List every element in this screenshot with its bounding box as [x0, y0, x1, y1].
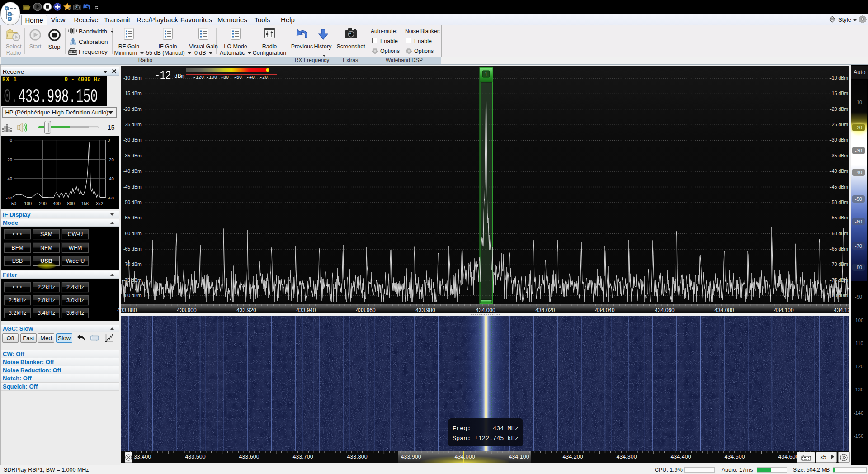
svg-text:200: 200 — [39, 201, 47, 206]
svg-text:-40: -40 — [108, 176, 114, 181]
svg-text:3k2: 3k2 — [96, 201, 104, 206]
svg-text:-40: -40 — [6, 176, 12, 181]
svg-text:1k6: 1k6 — [81, 201, 89, 206]
svg-text:800: 800 — [67, 201, 75, 206]
svg-text:-60: -60 — [108, 195, 114, 200]
svg-text:0: 0 — [108, 137, 110, 142]
svg-text:0: 0 — [10, 137, 12, 142]
svg-text:50: 50 — [11, 201, 17, 206]
svg-text:Freq: 434 MHz: Freq: 434 MHz — [453, 425, 519, 432]
svg-text:100: 100 — [24, 201, 32, 206]
svg-text:Span: ±122.745 kHz: Span: ±122.745 kHz — [453, 435, 519, 442]
svg-text:400: 400 — [53, 201, 61, 206]
svg-text:1: 1 — [485, 71, 487, 77]
svg-text:-20: -20 — [6, 157, 12, 162]
svg-text:-20: -20 — [108, 157, 114, 162]
svg-text:-60: -60 — [6, 195, 12, 200]
